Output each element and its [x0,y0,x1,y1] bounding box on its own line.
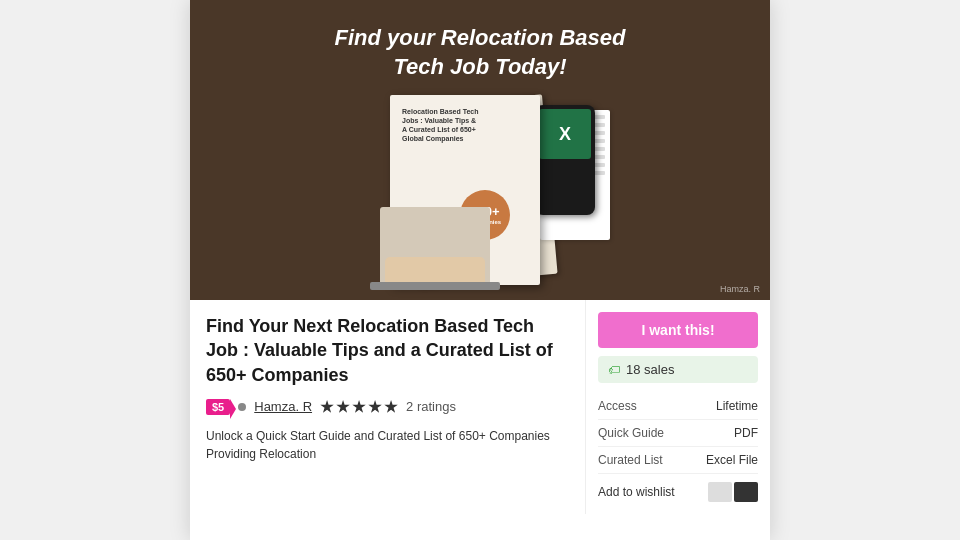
quick-guide-value: PDF [734,426,758,440]
toggle-light[interactable] [708,482,732,502]
wishlist-toggle [708,482,758,502]
outer-wrapper: Find your Relocation Based Tech Job Toda… [0,0,960,540]
star-rating [320,400,398,414]
hero-books: X Relocation Based Tech Jobs : Valuable … [350,90,610,290]
right-sidebar: I want this! 🏷 18 sales Access Lifetime … [585,300,770,514]
page-container: Find your Relocation Based Tech Job Toda… [190,0,770,540]
author-dot [238,403,246,411]
curated-list-value: Excel File [706,453,758,467]
sales-icon: 🏷 [608,363,620,377]
star-1 [320,400,334,414]
toggle-dark[interactable] [734,482,758,502]
curated-list-row: Curated List Excel File [598,447,758,474]
want-button[interactable]: I want this! [598,312,758,348]
hero-title: Find your Relocation Based Tech Job Toda… [335,24,626,81]
quick-guide-label: Quick Guide [598,426,664,440]
wishlist-button[interactable]: Add to wishlist [598,485,702,499]
hero-credit: Hamza. R [720,284,760,294]
star-3 [352,400,366,414]
sales-badge: 🏷 18 sales [598,356,758,383]
left-content: Find Your Next Relocation Based Tech Job… [190,300,585,514]
quick-guide-row: Quick Guide PDF [598,420,758,447]
phone-screen: X [539,109,591,159]
laptop-base [370,282,500,290]
book-phone: X [535,105,595,215]
star-5 [384,400,398,414]
access-label: Access [598,399,637,413]
sales-text: 18 sales [626,362,674,377]
star-4 [368,400,382,414]
main-layout: Find Your Next Relocation Based Tech Job… [190,300,770,514]
price-badge: $5 [206,399,230,415]
ratings-count: 2 ratings [406,399,456,414]
star-2 [336,400,350,414]
laptop [370,200,500,290]
product-description: Unlock a Quick Start Guide and Curated L… [206,427,569,463]
product-title: Find Your Next Relocation Based Tech Job… [206,314,569,387]
hands [385,257,485,282]
author-name[interactable]: Hamza. R [254,399,312,414]
access-value: Lifetime [716,399,758,413]
book-title: Relocation Based Tech Jobs : Valuable Ti… [402,107,528,143]
hero-section: Find your Relocation Based Tech Job Toda… [190,0,770,300]
meta-row: $5 Hamza. R 2 ratings [206,399,569,415]
access-row: Access Lifetime [598,393,758,420]
curated-list-label: Curated List [598,453,663,467]
wishlist-row: Add to wishlist [598,482,758,502]
